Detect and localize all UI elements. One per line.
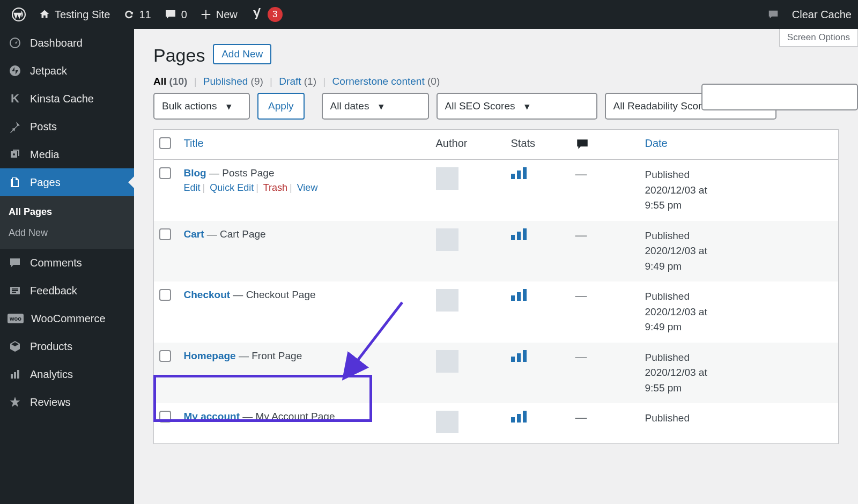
row-checkbox[interactable]: [159, 350, 171, 362]
site-name-link[interactable]: Testing Site: [32, 0, 116, 29]
sidebar-item-kinsta[interactable]: K Kinsta Cache: [0, 85, 134, 113]
new-content-link[interactable]: New: [194, 0, 244, 29]
row-title-cell: Blog — Posts Page Edit| Quick Edit| Tras…: [179, 160, 431, 221]
col-comments[interactable]: [570, 130, 640, 160]
bulk-actions-select[interactable]: Bulk actions ▾: [153, 93, 250, 120]
woo-icon: woo: [8, 314, 24, 323]
page-heading: Pages: [153, 45, 205, 66]
svg-rect-6: [14, 372, 16, 379]
row-comments-cell: —: [570, 221, 640, 282]
search-field[interactable]: [710, 91, 849, 103]
chevron-down-icon: ▾: [379, 100, 384, 113]
col-title[interactable]: Title: [179, 130, 431, 160]
box-icon: [8, 339, 23, 354]
status-all[interactable]: All (10): [153, 76, 187, 87]
row-checkbox[interactable]: [159, 289, 171, 301]
row-title-cell: Checkout — Checkout Page: [179, 281, 431, 343]
status-published[interactable]: Published (9): [203, 76, 263, 87]
dates-select[interactable]: All dates ▾: [322, 93, 429, 120]
svg-rect-5: [11, 374, 13, 379]
stats-icon: [511, 289, 527, 301]
row-checkbox[interactable]: [159, 411, 171, 423]
row-action-trash[interactable]: Trash: [263, 182, 287, 193]
chat-icon: [767, 9, 779, 20]
stats-icon: [511, 167, 527, 179]
row-stats-cell[interactable]: [506, 343, 570, 404]
sidebar-item-label: Reviews: [30, 396, 71, 409]
row-title-link[interactable]: Blog: [184, 167, 206, 179]
sidebar-item-woocommerce[interactable]: woo WooCommerce: [0, 305, 134, 332]
status-draft[interactable]: Draft (1): [279, 76, 316, 87]
comment-icon: [8, 255, 23, 270]
row-comments-cell: —: [570, 281, 640, 343]
sidebar-item-reviews[interactable]: Reviews: [0, 388, 134, 416]
sidebar-item-pages[interactable]: Pages: [0, 168, 134, 196]
row-title-link[interactable]: My account: [184, 411, 240, 422]
clear-cache-link[interactable]: Clear Cache: [786, 0, 858, 29]
sidebar-item-feedback[interactable]: Feedback: [0, 277, 134, 305]
select-all-checkbox[interactable]: [159, 137, 171, 149]
new-label: New: [216, 9, 238, 21]
pages-table: Title Author Stats Date Blog —: [153, 129, 839, 444]
add-new-button[interactable]: Add New: [213, 44, 271, 64]
row-checkbox[interactable]: [159, 228, 171, 240]
comments-count: 0: [181, 9, 187, 21]
sidebar-item-jetpack[interactable]: Jetpack: [0, 57, 134, 85]
table-row: My account — My Account Page — Published: [154, 403, 839, 444]
kinsta-toolbar[interactable]: [761, 0, 786, 29]
apply-button[interactable]: Apply: [257, 93, 305, 120]
sidebar-item-media[interactable]: Media: [0, 140, 134, 168]
row-action-view[interactable]: View: [297, 182, 318, 193]
home-icon: [39, 9, 50, 20]
row-date-cell: Published2020/12/03 at9:49 pm: [640, 221, 839, 282]
row-title-cell: My account — My Account Page: [179, 403, 431, 444]
row-author-cell: [431, 221, 506, 282]
row-stats-cell[interactable]: [506, 160, 570, 221]
kinsta-icon: K: [8, 91, 23, 106]
author-avatar: [436, 411, 458, 433]
stats-icon: [511, 350, 527, 362]
sidebar-item-label: Dashboard: [30, 37, 83, 49]
status-cornerstone[interactable]: Cornerstone content (0): [332, 76, 440, 87]
row-title-link[interactable]: Checkout: [184, 289, 231, 300]
sidebar-item-label: Media: [30, 149, 59, 161]
author-avatar: [436, 228, 458, 251]
row-action-edit[interactable]: Edit: [184, 182, 201, 193]
svg-rect-7: [17, 370, 19, 379]
feedback-icon: [8, 283, 23, 298]
col-date[interactable]: Date: [640, 130, 839, 160]
stats-icon: [511, 411, 527, 423]
sidebar-item-label: Jetpack: [30, 65, 67, 77]
row-action-quick-edit[interactable]: Quick Edit: [210, 182, 254, 193]
screen-options-tab[interactable]: Screen Options: [779, 29, 858, 47]
table-row: Blog — Posts Page Edit| Quick Edit| Tras…: [154, 160, 839, 221]
sidebar-item-analytics[interactable]: Analytics: [0, 360, 134, 388]
row-title-link[interactable]: Cart: [184, 228, 204, 240]
sidebar-item-posts[interactable]: Posts: [0, 113, 134, 140]
author-avatar: [436, 350, 458, 373]
search-pages-input[interactable]: [701, 84, 858, 110]
row-title-cell: Cart — Cart Page: [179, 221, 431, 282]
row-comments-cell: —: [570, 160, 640, 221]
updates-link[interactable]: 11: [116, 0, 157, 29]
submenu-add-new[interactable]: Add New: [0, 223, 134, 243]
sidebar-item-products[interactable]: Products: [0, 332, 134, 360]
row-checkbox[interactable]: [159, 167, 171, 179]
submenu-all-pages[interactable]: All Pages: [0, 202, 134, 223]
col-stats[interactable]: Stats: [506, 130, 570, 160]
col-author[interactable]: Author: [431, 130, 506, 160]
row-title-link[interactable]: Homepage: [184, 350, 236, 361]
comments-link[interactable]: 0: [158, 0, 194, 29]
sidebar-item-dashboard[interactable]: Dashboard: [0, 29, 134, 57]
row-stats-cell[interactable]: [506, 403, 570, 444]
wp-logo[interactable]: [5, 0, 32, 29]
seo-scores-select[interactable]: All SEO Scores ▾: [437, 93, 597, 120]
comment-icon: [575, 137, 634, 151]
yoast-link[interactable]: 3: [244, 0, 289, 29]
media-icon: [8, 147, 23, 162]
sidebar-item-comments[interactable]: Comments: [0, 249, 134, 277]
row-stats-cell[interactable]: [506, 281, 570, 343]
sidebar-item-label: WooCommerce: [31, 313, 106, 325]
table-row: Cart — Cart Page — Published2020/12/03 a…: [154, 221, 839, 282]
row-stats-cell[interactable]: [506, 221, 570, 282]
